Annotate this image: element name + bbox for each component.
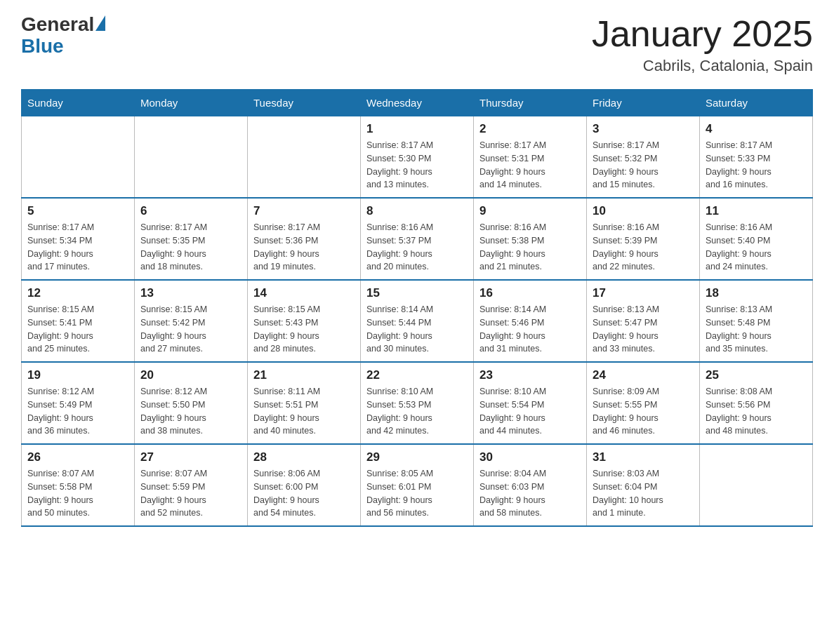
calendar-cell: 28Sunrise: 8:06 AM Sunset: 6:00 PM Dayli… <box>248 444 361 526</box>
day-info: Sunrise: 8:12 AM Sunset: 5:50 PM Dayligh… <box>140 385 241 438</box>
day-number: 13 <box>140 286 241 300</box>
day-info: Sunrise: 8:08 AM Sunset: 5:56 PM Dayligh… <box>706 385 807 438</box>
day-info: Sunrise: 8:15 AM Sunset: 5:42 PM Dayligh… <box>140 303 241 356</box>
calendar-table: SundayMondayTuesdayWednesdayThursdayFrid… <box>21 89 813 527</box>
header-monday: Monday <box>135 90 248 116</box>
calendar-week-row: 26Sunrise: 8:07 AM Sunset: 5:58 PM Dayli… <box>22 444 813 526</box>
day-number: 29 <box>366 450 468 464</box>
calendar-cell: 3Sunrise: 8:17 AM Sunset: 5:32 PM Daylig… <box>587 116 700 199</box>
day-number: 8 <box>366 204 468 218</box>
day-info: Sunrise: 8:10 AM Sunset: 5:53 PM Dayligh… <box>366 385 468 438</box>
day-number: 18 <box>706 286 807 300</box>
day-info: Sunrise: 8:16 AM Sunset: 5:37 PM Dayligh… <box>366 221 468 274</box>
calendar-cell: 20Sunrise: 8:12 AM Sunset: 5:50 PM Dayli… <box>135 362 248 444</box>
calendar-week-row: 12Sunrise: 8:15 AM Sunset: 5:41 PM Dayli… <box>22 280 813 362</box>
calendar-cell: 18Sunrise: 8:13 AM Sunset: 5:48 PM Dayli… <box>700 280 813 362</box>
day-number: 16 <box>479 286 581 300</box>
day-info: Sunrise: 8:06 AM Sunset: 6:00 PM Dayligh… <box>253 467 355 520</box>
day-number: 4 <box>706 122 807 136</box>
header-saturday: Saturday <box>700 90 813 116</box>
header-friday: Friday <box>587 90 700 116</box>
day-info: Sunrise: 8:10 AM Sunset: 5:54 PM Dayligh… <box>479 385 581 438</box>
day-info: Sunrise: 8:03 AM Sunset: 6:04 PM Dayligh… <box>593 467 694 520</box>
calendar-cell: 5Sunrise: 8:17 AM Sunset: 5:34 PM Daylig… <box>22 198 135 280</box>
calendar-header-row: SundayMondayTuesdayWednesdayThursdayFrid… <box>22 90 813 116</box>
page-header: General Blue January 2025 Cabrils, Catal… <box>21 14 813 75</box>
day-number: 24 <box>593 368 694 382</box>
day-number: 15 <box>366 286 468 300</box>
calendar-cell: 7Sunrise: 8:17 AM Sunset: 5:36 PM Daylig… <box>248 198 361 280</box>
calendar-cell: 6Sunrise: 8:17 AM Sunset: 5:35 PM Daylig… <box>135 198 248 280</box>
day-number: 26 <box>27 450 128 464</box>
day-number: 5 <box>27 204 128 218</box>
day-number: 7 <box>253 204 355 218</box>
calendar-cell: 17Sunrise: 8:13 AM Sunset: 5:47 PM Dayli… <box>587 280 700 362</box>
calendar-title: January 2025 <box>592 14 813 54</box>
day-number: 17 <box>593 286 694 300</box>
day-info: Sunrise: 8:04 AM Sunset: 6:03 PM Dayligh… <box>479 467 581 520</box>
calendar-cell: 31Sunrise: 8:03 AM Sunset: 6:04 PM Dayli… <box>587 444 700 526</box>
day-info: Sunrise: 8:16 AM Sunset: 5:40 PM Dayligh… <box>706 221 807 274</box>
calendar-cell: 13Sunrise: 8:15 AM Sunset: 5:42 PM Dayli… <box>135 280 248 362</box>
calendar-cell: 21Sunrise: 8:11 AM Sunset: 5:51 PM Dayli… <box>248 362 361 444</box>
calendar-cell: 16Sunrise: 8:14 AM Sunset: 5:46 PM Dayli… <box>474 280 587 362</box>
day-info: Sunrise: 8:17 AM Sunset: 5:35 PM Dayligh… <box>140 221 241 274</box>
calendar-cell <box>700 444 813 526</box>
calendar-cell: 12Sunrise: 8:15 AM Sunset: 5:41 PM Dayli… <box>22 280 135 362</box>
logo: General Blue <box>21 14 105 58</box>
day-info: Sunrise: 8:07 AM Sunset: 5:58 PM Dayligh… <box>27 467 128 520</box>
day-info: Sunrise: 8:09 AM Sunset: 5:55 PM Dayligh… <box>593 385 694 438</box>
header-tuesday: Tuesday <box>248 90 361 116</box>
calendar-cell <box>135 116 248 199</box>
calendar-cell: 27Sunrise: 8:07 AM Sunset: 5:59 PM Dayli… <box>135 444 248 526</box>
day-number: 3 <box>593 122 694 136</box>
calendar-cell: 29Sunrise: 8:05 AM Sunset: 6:01 PM Dayli… <box>361 444 474 526</box>
header-sunday: Sunday <box>22 90 135 116</box>
day-info: Sunrise: 8:17 AM Sunset: 5:30 PM Dayligh… <box>366 139 468 192</box>
day-number: 30 <box>479 450 581 464</box>
day-number: 1 <box>366 122 468 136</box>
day-number: 20 <box>140 368 241 382</box>
day-info: Sunrise: 8:17 AM Sunset: 5:34 PM Dayligh… <box>27 221 128 274</box>
day-info: Sunrise: 8:16 AM Sunset: 5:39 PM Dayligh… <box>593 221 694 274</box>
calendar-cell <box>22 116 135 199</box>
calendar-cell: 25Sunrise: 8:08 AM Sunset: 5:56 PM Dayli… <box>700 362 813 444</box>
logo-triangle-icon <box>95 15 105 31</box>
calendar-cell: 19Sunrise: 8:12 AM Sunset: 5:49 PM Dayli… <box>22 362 135 444</box>
day-number: 23 <box>479 368 581 382</box>
day-number: 21 <box>253 368 355 382</box>
day-number: 28 <box>253 450 355 464</box>
calendar-cell: 24Sunrise: 8:09 AM Sunset: 5:55 PM Dayli… <box>587 362 700 444</box>
header-thursday: Thursday <box>474 90 587 116</box>
calendar-cell: 23Sunrise: 8:10 AM Sunset: 5:54 PM Dayli… <box>474 362 587 444</box>
day-info: Sunrise: 8:17 AM Sunset: 5:33 PM Dayligh… <box>706 139 807 192</box>
day-number: 11 <box>706 204 807 218</box>
header-wednesday: Wednesday <box>361 90 474 116</box>
day-info: Sunrise: 8:11 AM Sunset: 5:51 PM Dayligh… <box>253 385 355 438</box>
day-number: 19 <box>27 368 128 382</box>
day-info: Sunrise: 8:05 AM Sunset: 6:01 PM Dayligh… <box>366 467 468 520</box>
day-info: Sunrise: 8:17 AM Sunset: 5:36 PM Dayligh… <box>253 221 355 274</box>
logo-blue: Blue <box>21 35 64 57</box>
day-number: 31 <box>593 450 694 464</box>
day-info: Sunrise: 8:17 AM Sunset: 5:32 PM Dayligh… <box>593 139 694 192</box>
calendar-cell <box>248 116 361 199</box>
calendar-cell: 4Sunrise: 8:17 AM Sunset: 5:33 PM Daylig… <box>700 116 813 199</box>
day-info: Sunrise: 8:14 AM Sunset: 5:46 PM Dayligh… <box>479 303 581 356</box>
calendar-cell: 9Sunrise: 8:16 AM Sunset: 5:38 PM Daylig… <box>474 198 587 280</box>
day-info: Sunrise: 8:07 AM Sunset: 5:59 PM Dayligh… <box>140 467 241 520</box>
calendar-cell: 30Sunrise: 8:04 AM Sunset: 6:03 PM Dayli… <box>474 444 587 526</box>
day-info: Sunrise: 8:16 AM Sunset: 5:38 PM Dayligh… <box>479 221 581 274</box>
calendar-subtitle: Cabrils, Catalonia, Spain <box>592 57 813 75</box>
calendar-cell: 11Sunrise: 8:16 AM Sunset: 5:40 PM Dayli… <box>700 198 813 280</box>
day-info: Sunrise: 8:13 AM Sunset: 5:47 PM Dayligh… <box>593 303 694 356</box>
day-number: 25 <box>706 368 807 382</box>
day-info: Sunrise: 8:15 AM Sunset: 5:43 PM Dayligh… <box>253 303 355 356</box>
calendar-cell: 22Sunrise: 8:10 AM Sunset: 5:53 PM Dayli… <box>361 362 474 444</box>
calendar-week-row: 1Sunrise: 8:17 AM Sunset: 5:30 PM Daylig… <box>22 116 813 199</box>
day-info: Sunrise: 8:17 AM Sunset: 5:31 PM Dayligh… <box>479 139 581 192</box>
day-number: 12 <box>27 286 128 300</box>
day-number: 14 <box>253 286 355 300</box>
calendar-cell: 10Sunrise: 8:16 AM Sunset: 5:39 PM Dayli… <box>587 198 700 280</box>
calendar-cell: 2Sunrise: 8:17 AM Sunset: 5:31 PM Daylig… <box>474 116 587 199</box>
